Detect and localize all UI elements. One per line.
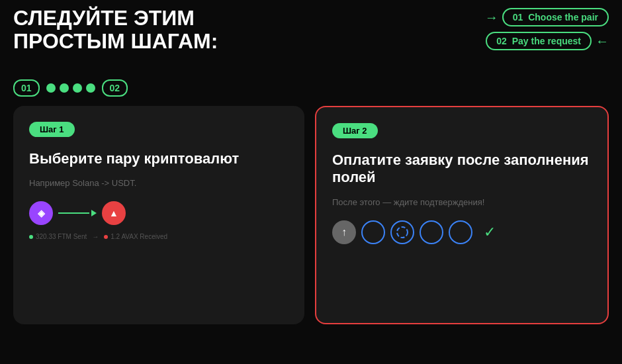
- dot-1: [46, 83, 56, 93]
- progress-row: 01 02: [13, 79, 128, 97]
- step2-nav: 02 Pay the request ←: [486, 32, 609, 50]
- avax-icon: ▲: [102, 201, 126, 225]
- progress-start: 01: [13, 79, 40, 97]
- step2-tag: Шаг 2: [332, 123, 378, 138]
- payment-icons-row: ↑ ✓: [332, 220, 592, 244]
- card2-title: Оплатите заявку после заполнения полей: [332, 152, 592, 187]
- card-step2: Шаг 2 Оплатите заявку после заполнения п…: [315, 106, 609, 324]
- dot-3: [73, 83, 82, 93]
- dot-4: [86, 83, 95, 93]
- crypto-from-label: 320.33 FTM Sent: [29, 233, 87, 240]
- circle-icon-1: [361, 220, 385, 244]
- crypto-arrow: [58, 210, 97, 216]
- step1-nav: → 01 Choose the pair: [485, 8, 609, 26]
- to-dot: [104, 235, 108, 239]
- from-dot: [29, 235, 33, 239]
- card2-subtitle: После этого — ждите подтверждения!: [332, 197, 592, 207]
- step2-label: Pay the request: [512, 36, 581, 46]
- step1-tag: Шаг 1: [29, 122, 75, 137]
- crypto-to-label: 1.2 AVAX Received: [104, 233, 167, 240]
- step1-badge: 01 Choose the pair: [502, 8, 609, 26]
- circle-icon-3: [420, 220, 443, 244]
- upload-icon: ↑: [332, 220, 356, 244]
- card1-title: Выберите пару криптовалют: [29, 150, 289, 167]
- solana-icon: ◈: [29, 201, 53, 225]
- step2-number: 02: [496, 36, 507, 46]
- arrow-right-icon: →: [485, 10, 498, 25]
- step2-badge: 02 Pay the request: [486, 32, 592, 50]
- cards-container: Шаг 1 Выберите пару криптовалют Например…: [7, 106, 615, 324]
- main-title: СЛЕДУЙТЕ ЭТИМ ПРОСТЫМ ШАГАМ:: [13, 7, 218, 53]
- dot-2: [60, 83, 69, 93]
- checkmark-icon: ✓: [478, 220, 502, 244]
- circle-icon-2: [390, 220, 414, 244]
- circle-icon-4: [449, 220, 472, 244]
- svg-point-0: [397, 227, 408, 238]
- top-navigation: → 01 Choose the pair 02 Pay the request …: [472, 0, 622, 58]
- progress-dots: [46, 83, 95, 93]
- page-header: СЛЕДУЙТЕ ЭТИМ ПРОСТЫМ ШАГАМ:: [13, 7, 218, 53]
- card1-subtitle: Например Solana -> USDT.: [29, 178, 289, 188]
- progress-end: 02: [102, 79, 128, 97]
- card-step1: Шаг 1 Выберите пару криптовалют Например…: [13, 106, 304, 324]
- step1-label: Choose the pair: [528, 12, 598, 23]
- crypto-labels-row: 320.33 FTM Sent → 1.2 AVAX Received: [29, 233, 289, 240]
- crypto-icons-row: ◈ ▲: [29, 201, 289, 225]
- arrow-left-icon: ←: [596, 34, 609, 49]
- step1-number: 01: [513, 12, 523, 23]
